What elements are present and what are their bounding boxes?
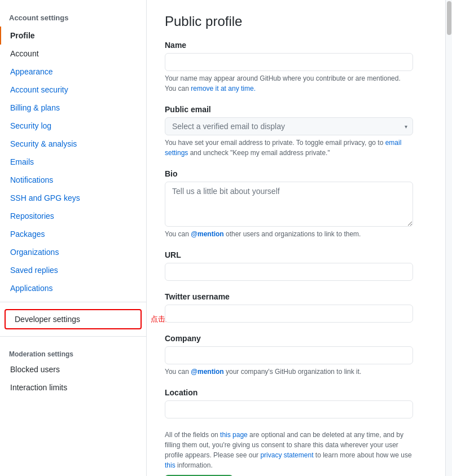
name-input[interactable] [165,53,413,71]
footer-hint: All of the fields on this page are optio… [165,430,413,470]
sidebar-title: Account settings [0,9,146,27]
sidebar-item-appearance[interactable]: Appearance [0,63,146,81]
public-email-hint: You have set your email address to priva… [165,138,413,158]
main-content: Public profile Name Your name may appear… [147,0,452,476]
company-mention: @mention [191,368,223,376]
sidebar-item-emails[interactable]: Emails [0,153,146,171]
sidebar-item-billing-plans[interactable]: Billing & plans [0,99,146,117]
public-email-label: Public email [165,105,438,114]
scrollbar-thumb[interactable] [447,1,451,35]
sidebar-item-developer-settings[interactable]: Developer settings [5,309,142,329]
sidebar-divider-2 [0,336,146,337]
sidebar-item-account-security[interactable]: Account security [0,81,146,99]
bio-textarea[interactable] [165,182,413,227]
sidebar-item-security-log[interactable]: Security log [0,117,146,135]
public-email-field-group: Public email Select a verified email to … [165,105,438,158]
name-label: Name [165,41,438,50]
sidebar-item-notifications[interactable]: Notifications [0,171,146,189]
sidebar-item-organizations[interactable]: Organizations [0,243,146,261]
public-email-select-wrapper: Select a verified email to display ▾ [165,117,413,135]
twitter-username-label: Twitter username [165,292,438,301]
url-field-group: URL [165,250,438,281]
this-page-link[interactable]: this page [220,431,248,439]
url-label: URL [165,250,438,259]
company-input[interactable] [165,346,413,364]
company-hint: You can @mention your company's GitHub o… [165,367,413,377]
sidebar-item-blocked-users[interactable]: Blocked users [0,360,146,378]
sidebar-item-security-analysis[interactable]: Security & analysis [0,135,146,153]
sidebar-item-profile[interactable]: Profile [0,27,146,45]
bio-label: Bio [165,169,438,178]
this-link[interactable]: this [165,461,175,469]
privacy-statement-link[interactable]: privacy statement [260,451,313,459]
sidebar-item-saved-replies[interactable]: Saved replies [0,261,146,279]
company-field-group: Company You can @mention your company's … [165,334,438,377]
bio-hint: You can @mention other users and organiz… [165,229,413,239]
twitter-username-input[interactable] [165,305,413,323]
bio-mention: @mention [191,230,223,238]
company-label: Company [165,334,438,343]
sidebar-item-applications[interactable]: Applications [0,279,146,297]
sidebar-item-repositories[interactable]: Repositories [0,207,146,225]
location-field-group: Location [165,388,438,418]
sidebar-item-account[interactable]: Account [0,45,146,63]
name-field-group: Name Your name may appear around GitHub … [165,41,438,94]
sidebar-item-packages[interactable]: Packages [0,225,146,243]
public-email-select[interactable]: Select a verified email to display [165,117,413,135]
location-label: Location [165,388,438,397]
page-title: Public profile [165,14,438,29]
twitter-username-field-group: Twitter username [165,292,438,323]
url-input[interactable] [165,263,413,281]
name-hint: Your name may appear around GitHub where… [165,73,413,94]
moderation-section-title: Moderation settings [0,341,146,360]
sidebar: Account settings Profile Account Appeara… [0,0,147,476]
sidebar-divider-1 [0,302,146,302]
bio-field-group: Bio You can @mention other users and org… [165,169,438,239]
location-input[interactable] [165,400,413,418]
scrollbar[interactable] [445,0,452,476]
sidebar-item-interaction-limits[interactable]: Interaction limits [0,378,146,396]
sidebar-item-ssh-gpg-keys[interactable]: SSH and GPG keys [0,189,146,207]
name-hint-link[interactable]: remove it at any time. [191,85,256,92]
